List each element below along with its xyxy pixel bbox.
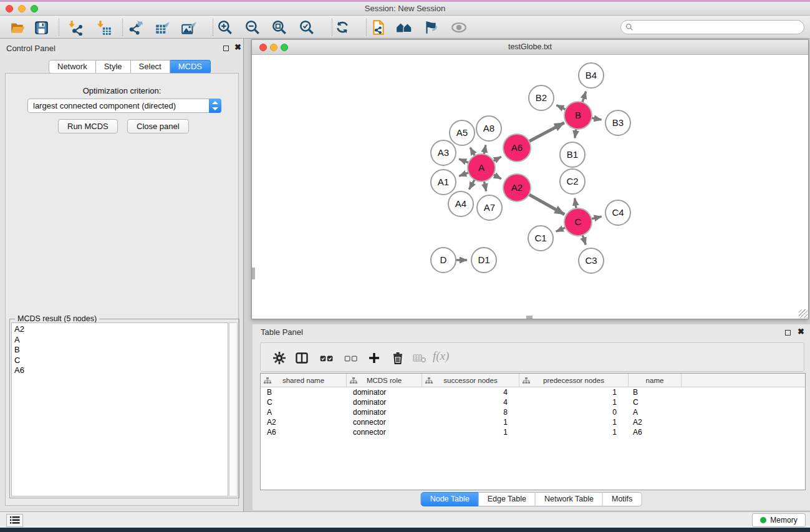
delete-table-button[interactable]	[410, 349, 429, 367]
tab-mcds[interactable]: MCDS	[170, 60, 211, 74]
graph-node-A1[interactable]: A1	[431, 170, 456, 195]
zoom-out-button[interactable]	[242, 18, 263, 36]
graph-node-A3[interactable]: A3	[431, 140, 456, 165]
graph-node-C3[interactable]: C3	[579, 248, 604, 273]
graph-node-A2[interactable]: A2	[503, 174, 531, 201]
export-table-button[interactable]	[152, 18, 173, 36]
add-column-button[interactable]	[365, 349, 383, 367]
function-builder-button[interactable]: f(x)	[433, 349, 449, 363]
column-label: shared name	[282, 377, 324, 384]
memory-status-icon	[760, 517, 766, 523]
save-floppy-icon	[33, 19, 49, 36]
graph-node-A4[interactable]: A4	[448, 191, 473, 216]
list-icon	[10, 516, 20, 524]
table-options-button[interactable]	[270, 349, 289, 367]
show-columns-button[interactable]	[292, 349, 311, 367]
float-panel-icon[interactable]	[223, 46, 229, 51]
result-item[interactable]: C	[14, 355, 228, 366]
table-cell: A6	[629, 427, 682, 437]
tab-network[interactable]: Network	[49, 60, 96, 74]
tab-node-table[interactable]: Node Table	[421, 492, 479, 506]
show-hide-eye-button[interactable]	[448, 18, 470, 36]
network-window-titlebar[interactable]: testGlobe.txt	[252, 40, 808, 55]
table-row[interactable]: Bdominator41B	[261, 387, 805, 397]
table-panel: Table Panel ✖	[253, 324, 810, 510]
result-scrollbar[interactable]	[229, 322, 238, 496]
table-row[interactable]: Cdominator41C	[261, 397, 805, 407]
table-row[interactable]: A6connector11A6	[261, 427, 805, 437]
mcds-result-list[interactable]: A2 A B C A6	[11, 322, 228, 496]
column-header-successor-nodes[interactable]: successor nodes	[422, 374, 519, 387]
table-row[interactable]: Adominator80A	[261, 407, 805, 417]
run-mcds-button[interactable]: Run MCDS	[58, 119, 118, 133]
search-input[interactable]	[634, 23, 804, 32]
graph-node-A[interactable]: A	[468, 154, 495, 181]
graph-node-D1[interactable]: D1	[471, 248, 496, 273]
select-all-button[interactable]	[317, 349, 336, 367]
graph-node-C1[interactable]: C1	[528, 226, 553, 251]
delete-columns-button[interactable]	[388, 349, 407, 367]
graph-node-C2[interactable]: C2	[560, 169, 585, 194]
column-header-shared-name[interactable]: shared name	[261, 374, 347, 387]
graph-node-C4[interactable]: C4	[605, 200, 630, 225]
network-window-title: testGlobe.txt	[252, 42, 808, 51]
vertical-scrollbar-thumb[interactable]	[252, 268, 255, 279]
import-network-button[interactable]	[65, 18, 86, 36]
graph-node-B3[interactable]: B3	[605, 110, 630, 135]
graph-node-D[interactable]: D	[431, 248, 456, 273]
result-item[interactable]: B	[14, 345, 228, 355]
export-image-button[interactable]	[178, 18, 200, 36]
graph-node-B4[interactable]: B4	[579, 63, 604, 88]
column-header-mcds-role[interactable]: MCDS role	[347, 374, 422, 387]
graph-node-C[interactable]: C	[564, 208, 592, 236]
graph-node-B2[interactable]: B2	[529, 85, 554, 110]
zoom-selected-button[interactable]	[296, 18, 317, 36]
close-panel-button[interactable]: Close panel	[127, 119, 189, 133]
network-canvas[interactable]: B4B2BB3A8A5A6A3B1AC2A1A2A4A7C4CC1C3DD1	[252, 55, 808, 319]
mcds-result-legend: MCDS result (5 nodes)	[15, 314, 99, 323]
session-title: Session: New Session	[0, 4, 810, 13]
first-neighbors-button[interactable]	[393, 18, 415, 36]
window-resize-grip[interactable]	[799, 309, 808, 318]
graph-node-A5[interactable]: A5	[450, 120, 475, 145]
memory-button[interactable]: Memory	[752, 513, 806, 527]
tab-network-table[interactable]: Network Table	[536, 492, 603, 506]
zoom-fit-button[interactable]	[269, 18, 290, 36]
graph-node-A8[interactable]: A8	[476, 116, 501, 141]
open-file-button[interactable]	[7, 18, 28, 36]
tab-motifs[interactable]: Motifs	[603, 492, 642, 506]
node-label: D1	[478, 254, 489, 265]
float-panel-icon[interactable]	[785, 330, 791, 336]
close-panel-icon[interactable]: ✖	[798, 327, 804, 336]
column-header-predecessor-nodes[interactable]: predecessor nodes	[519, 374, 629, 387]
tab-select[interactable]: Select	[131, 60, 170, 74]
graph-node-B1[interactable]: B1	[560, 142, 585, 167]
table-cell-empty	[682, 387, 805, 397]
graph-node-A7[interactable]: A7	[477, 195, 502, 220]
save-session-button[interactable]	[31, 18, 52, 36]
tab-edge-table[interactable]: Edge Table	[479, 492, 536, 506]
tab-style[interactable]: Style	[96, 60, 131, 74]
column-header-name[interactable]: name	[629, 374, 682, 387]
new-network-from-selection-button[interactable]	[368, 18, 389, 36]
import-table-button[interactable]	[94, 18, 115, 36]
table-row[interactable]: A2connector11A2	[261, 417, 805, 427]
annotation-flag-button[interactable]	[420, 18, 441, 36]
column-header-empty	[682, 374, 805, 387]
result-item[interactable]: A2	[14, 324, 228, 335]
close-panel-icon[interactable]: ✖	[234, 42, 241, 52]
task-history-button[interactable]	[6, 514, 23, 527]
graph-node-B[interactable]: B	[564, 102, 592, 129]
table-cell: 0	[519, 407, 629, 417]
horizontal-scrollbar-thumb[interactable]	[526, 316, 533, 319]
refresh-button[interactable]	[332, 18, 353, 36]
optimization-criterion-dropdown[interactable]: largest connected component (directed)	[27, 99, 221, 113]
node-label: A2	[511, 182, 523, 193]
result-item[interactable]: A	[14, 335, 228, 346]
control-panel-title: Control Panel	[6, 44, 55, 53]
result-item[interactable]: A6	[14, 365, 228, 376]
zoom-in-button[interactable]	[215, 18, 236, 36]
export-network-button[interactable]	[125, 18, 147, 36]
deselect-all-button[interactable]	[342, 349, 360, 367]
graph-node-A6[interactable]: A6	[503, 134, 531, 162]
